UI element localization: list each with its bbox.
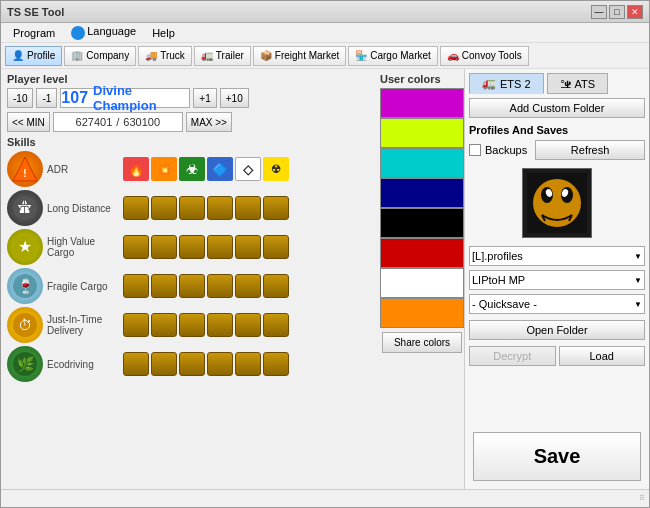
longdist-slot-1[interactable] (123, 196, 149, 220)
menu-language[interactable]: Language (63, 23, 144, 41)
skill-row-hvc: ★ High Value Cargo (7, 229, 372, 265)
toolbar-profile[interactable]: 👤 Profile (5, 46, 62, 66)
profiles-dropdown[interactable]: [L].profiles ▼ (469, 246, 645, 266)
color-swatch-4[interactable] (380, 178, 464, 208)
jit-slot-4[interactable] (207, 313, 233, 337)
svg-text:🛣: 🛣 (18, 199, 32, 215)
refresh-button[interactable]: Refresh (535, 140, 645, 160)
frag-slot-3[interactable] (179, 274, 205, 298)
jit-slot-1[interactable] (123, 313, 149, 337)
adr-slot-diamond[interactable]: ◇ (235, 157, 261, 181)
xp-row: << MIN 627401 / 630100 MAX >> (7, 112, 372, 132)
save-profile-dropdown[interactable]: LIPtoH MP ▼ (469, 270, 645, 290)
color-swatch-6[interactable] (380, 238, 464, 268)
load-button[interactable]: Load (559, 346, 646, 366)
game-tabs: 🚛 ETS 2 🏜 ATS (465, 69, 649, 94)
backups-checkbox[interactable] (469, 144, 481, 156)
eco-slot-5[interactable] (235, 352, 261, 376)
longdist-slot-3[interactable] (179, 196, 205, 220)
skills-section: Skills ! ADR 🔥 (7, 136, 372, 382)
eco-slot-4[interactable] (207, 352, 233, 376)
adr-slot-explosion[interactable]: 💥 (151, 157, 177, 181)
jit-skill-icon: ⏱ (7, 307, 43, 343)
frag-skill-name: Fragile Cargo (47, 281, 119, 292)
minus1-button[interactable]: -1 (36, 88, 57, 108)
adr-slot-fire[interactable]: 🔥 (123, 157, 149, 181)
minus10-button[interactable]: -10 (7, 88, 33, 108)
jit-slot-6[interactable] (263, 313, 289, 337)
share-colors-button[interactable]: Share colors (382, 332, 462, 353)
decrypt-button[interactable]: Decrypt (469, 346, 556, 366)
color-swatch-7[interactable] (380, 268, 464, 298)
open-folder-button[interactable]: Open Folder (469, 320, 645, 340)
color-swatch-2[interactable] (380, 118, 464, 148)
color-swatch-8[interactable] (380, 298, 464, 328)
minimize-button[interactable]: — (591, 5, 607, 19)
plus1-button[interactable]: +1 (193, 88, 216, 108)
maximize-button[interactable]: □ (609, 5, 625, 19)
hvc-slot-6[interactable] (263, 235, 289, 259)
resize-grip: ⠿ (639, 494, 645, 503)
trailer-icon: 🚛 (201, 50, 213, 61)
main-window: TS SE Tool — □ ✕ Program Language Help 👤… (0, 0, 650, 508)
frag-slot-2[interactable] (151, 274, 177, 298)
longdist-slot-6[interactable] (263, 196, 289, 220)
toolbar-cargo[interactable]: 🏪 Cargo Market (348, 46, 438, 66)
longdist-slot-5[interactable] (235, 196, 261, 220)
frag-slot-1[interactable] (123, 274, 149, 298)
eco-slot-1[interactable] (123, 352, 149, 376)
save-button[interactable]: Save (473, 432, 641, 481)
adr-slots: 🔥 💥 ☣ 🔷 (123, 157, 289, 181)
plus10-button[interactable]: +10 (220, 88, 249, 108)
eco-slot-6[interactable] (263, 352, 289, 376)
hvc-slot-2[interactable] (151, 235, 177, 259)
eco-slot-3[interactable] (179, 352, 205, 376)
toolbar-trailer[interactable]: 🚛 Trailer (194, 46, 251, 66)
color-swatch-3[interactable] (380, 148, 464, 178)
eco-slot-2[interactable] (151, 352, 177, 376)
frag-slot-6[interactable] (263, 274, 289, 298)
xp-current: 627401 (76, 116, 113, 128)
adr-slot-flame[interactable]: 🔷 (207, 157, 233, 181)
hvc-slot-1[interactable] (123, 235, 149, 259)
color-swatch-1[interactable] (380, 88, 464, 118)
adr-slot-radioactive[interactable]: ☢ (263, 157, 289, 181)
frag-slot-4[interactable] (207, 274, 233, 298)
skills-label: Skills (7, 136, 372, 148)
adr-slot-toxin[interactable]: ☣ (179, 157, 205, 181)
player-level-label: Player level (7, 73, 372, 85)
hvc-slot-5[interactable] (235, 235, 261, 259)
longdist-slot-2[interactable] (151, 196, 177, 220)
menu-program[interactable]: Program (5, 25, 63, 41)
ats-icon: 🏜 (560, 78, 571, 90)
longdist-slot-4[interactable] (207, 196, 233, 220)
toolbar-convoy[interactable]: 🚗 Convoy Tools (440, 46, 529, 66)
jit-slot-2[interactable] (151, 313, 177, 337)
add-folder-button[interactable]: Add Custom Folder (469, 98, 645, 118)
hvc-slot-4[interactable] (207, 235, 233, 259)
hvc-slot-3[interactable] (179, 235, 205, 259)
close-button[interactable]: ✕ (627, 5, 643, 19)
jit-slot-5[interactable] (235, 313, 261, 337)
svg-text:★: ★ (18, 238, 32, 255)
convoy-icon: 🚗 (447, 50, 459, 61)
color-swatch-5[interactable] (380, 208, 464, 238)
max-button[interactable]: MAX >> (186, 112, 232, 132)
tab-ats[interactable]: 🏜 ATS (547, 73, 609, 94)
longdist-slots (123, 196, 289, 220)
truck-icon: 🚚 (145, 50, 157, 61)
jit-slot-3[interactable] (179, 313, 205, 337)
menu-help[interactable]: Help (144, 25, 183, 41)
longdist-skill-icon: 🛣 (7, 190, 43, 226)
profiles-saves-label: Profiles And Saves (469, 124, 645, 136)
window-controls: — □ ✕ (591, 5, 643, 19)
frag-slot-5[interactable] (235, 274, 261, 298)
tab-ets2[interactable]: 🚛 ETS 2 (469, 73, 544, 94)
min-button[interactable]: << MIN (7, 112, 50, 132)
quicksave-dropdown[interactable]: - Quicksave - ▼ (469, 294, 645, 314)
toolbar-freight[interactable]: 📦 Freight Market (253, 46, 346, 66)
main-body: Player level -10 -1 107 Divine Champion … (1, 69, 649, 489)
toolbar-truck[interactable]: 🚚 Truck (138, 46, 192, 66)
adr-skill-name: ADR (47, 164, 119, 175)
toolbar-company[interactable]: 🏢 Company (64, 46, 136, 66)
